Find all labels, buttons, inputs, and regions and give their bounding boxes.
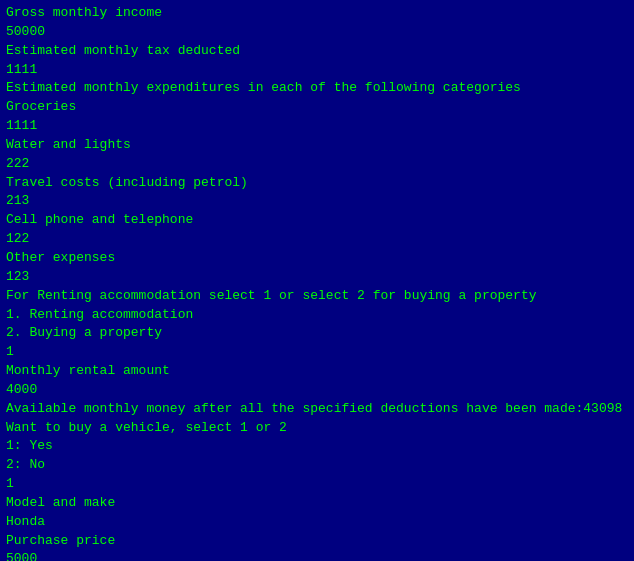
terminal-line: Estimated monthly expenditures in each o… [6,79,628,98]
terminal-line: 222 [6,155,628,174]
terminal-line: For Renting accommodation select 1 or se… [6,287,628,306]
terminal-line: Available monthly money after all the sp… [6,400,628,419]
terminal-line: 1. Renting accommodation [6,306,628,325]
terminal-line: Model and make [6,494,628,513]
terminal-line: Gross monthly income [6,4,628,23]
terminal-line: Travel costs (including petrol) [6,174,628,193]
terminal-line: Want to buy a vehicle, select 1 or 2 [6,419,628,438]
terminal-line: 4000 [6,381,628,400]
terminal-line: Purchase price [6,532,628,551]
terminal-line: 122 [6,230,628,249]
terminal-line: 213 [6,192,628,211]
terminal-line: 50000 [6,23,628,42]
terminal-line: 2: No [6,456,628,475]
terminal-line: Water and lights [6,136,628,155]
terminal-line: 5000 [6,550,628,561]
terminal-line: 2. Buying a property [6,324,628,343]
terminal-line: Honda [6,513,628,532]
terminal-line: 1 [6,343,628,362]
terminal-window: Gross monthly income50000Estimated month… [0,0,634,561]
terminal-line: 1111 [6,117,628,136]
terminal-line: Estimated monthly tax deducted [6,42,628,61]
terminal-line: Other expenses [6,249,628,268]
terminal-line: 1 [6,475,628,494]
terminal-line: 1: Yes [6,437,628,456]
terminal-line: Groceries [6,98,628,117]
terminal-line: 1111 [6,61,628,80]
terminal-line: 123 [6,268,628,287]
terminal-line: Monthly rental amount [6,362,628,381]
terminal-line: Cell phone and telephone [6,211,628,230]
